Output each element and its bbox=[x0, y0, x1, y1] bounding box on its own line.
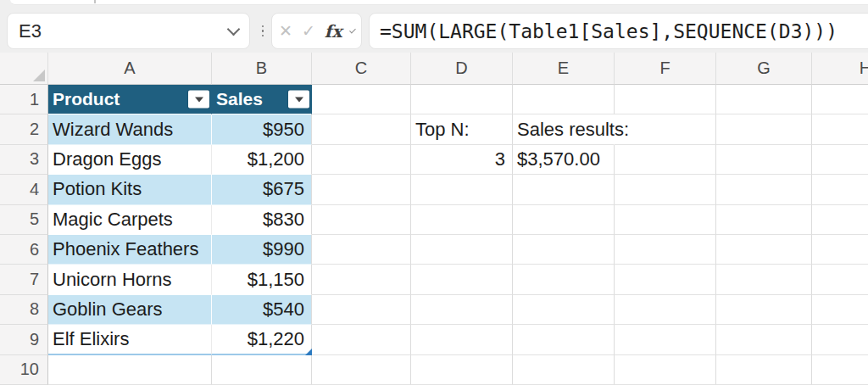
cell-G9[interactable] bbox=[716, 325, 812, 354]
cell-E9[interactable] bbox=[513, 325, 615, 354]
column-header-G[interactable]: G bbox=[716, 53, 812, 85]
cell-B1[interactable]: Sales bbox=[212, 85, 312, 114]
cell-A9[interactable]: Elf Elixirs bbox=[48, 325, 212, 354]
cell-E1[interactable] bbox=[513, 85, 615, 114]
row-header-10[interactable]: 10 bbox=[0, 355, 48, 385]
cell-G10[interactable] bbox=[716, 355, 812, 385]
cell-H2[interactable] bbox=[812, 114, 868, 144]
cell-B3[interactable]: $1,200 bbox=[212, 145, 312, 175]
cell-A1[interactable]: Product bbox=[48, 85, 212, 114]
row-header-3[interactable]: 3 bbox=[0, 145, 48, 175]
cell-C10[interactable] bbox=[312, 355, 411, 385]
cell-G6[interactable] bbox=[716, 235, 812, 265]
cell-F4[interactable] bbox=[615, 175, 716, 204]
cell-A8[interactable]: Goblin Gears bbox=[48, 295, 212, 325]
cell-H1[interactable] bbox=[812, 85, 868, 114]
cell-B10[interactable] bbox=[212, 355, 312, 385]
cell-D7[interactable] bbox=[411, 265, 513, 294]
cell-D9[interactable] bbox=[411, 325, 513, 354]
cell-H7[interactable] bbox=[812, 265, 868, 294]
cell-F8[interactable] bbox=[615, 295, 716, 325]
cell-C7[interactable] bbox=[312, 265, 411, 294]
cell-E7[interactable] bbox=[513, 265, 615, 294]
cell-H5[interactable] bbox=[812, 205, 868, 235]
name-box-chevron-icon[interactable] bbox=[227, 22, 241, 36]
filter-button-product[interactable] bbox=[188, 91, 209, 109]
formula-input[interactable]: =SUM(LARGE(Table1[Sales],SEQUENCE(D3))) bbox=[369, 13, 868, 49]
cell-E6[interactable] bbox=[513, 235, 615, 265]
insert-function-icon[interactable]: fx bbox=[325, 23, 342, 40]
cell-G8[interactable] bbox=[716, 295, 812, 325]
cell-G2[interactable] bbox=[716, 114, 812, 144]
table-resize-handle[interactable] bbox=[305, 349, 312, 355]
cell-A4[interactable]: Potion Kits bbox=[48, 175, 212, 204]
row-header-9[interactable]: 9 bbox=[0, 325, 48, 354]
cell-A10[interactable] bbox=[48, 355, 212, 385]
cell-A2[interactable]: Wizard Wands bbox=[48, 114, 212, 144]
cell-B9[interactable]: $1,220 bbox=[212, 325, 312, 354]
cell-D1[interactable] bbox=[411, 85, 513, 114]
column-header-H[interactable]: H bbox=[812, 53, 868, 85]
cell-H8[interactable] bbox=[812, 295, 868, 325]
cell-C5[interactable] bbox=[312, 205, 411, 235]
cell-F9[interactable] bbox=[615, 325, 716, 354]
cell-G3[interactable] bbox=[716, 145, 812, 175]
cell-A6[interactable]: Phoenix Feathers bbox=[48, 235, 212, 265]
cell-E10[interactable] bbox=[513, 355, 615, 385]
cell-F10[interactable] bbox=[615, 355, 716, 385]
row-header-2[interactable]: 2 bbox=[0, 114, 48, 144]
cell-B4[interactable]: $675 bbox=[212, 175, 312, 204]
row-header-8[interactable]: 8 bbox=[0, 295, 48, 325]
cell-B7[interactable]: $1,150 bbox=[212, 265, 312, 294]
cell-D3[interactable]: 3 bbox=[411, 145, 513, 175]
cell-C6[interactable] bbox=[312, 235, 411, 265]
column-header-E[interactable]: E bbox=[513, 53, 615, 85]
name-box[interactable]: E3 bbox=[7, 13, 250, 49]
cell-C4[interactable] bbox=[312, 175, 411, 204]
cell-E8[interactable] bbox=[513, 295, 615, 325]
cell-A7[interactable]: Unicorn Horns bbox=[48, 265, 212, 294]
cell-C9[interactable] bbox=[312, 325, 411, 354]
cell-H6[interactable] bbox=[812, 235, 868, 265]
row-header-7[interactable]: 7 bbox=[0, 265, 48, 294]
filter-button-sales[interactable] bbox=[288, 91, 309, 109]
cell-B2[interactable]: $950 bbox=[212, 114, 312, 144]
cell-A3[interactable]: Dragon Eggs bbox=[48, 145, 212, 175]
cell-F6[interactable] bbox=[615, 235, 716, 265]
cell-D10[interactable] bbox=[411, 355, 513, 385]
cell-C8[interactable] bbox=[312, 295, 411, 325]
cell-G5[interactable] bbox=[716, 205, 812, 235]
cell-H9[interactable] bbox=[812, 325, 868, 354]
select-all-corner[interactable] bbox=[0, 53, 48, 85]
cell-D5[interactable] bbox=[411, 205, 513, 235]
row-header-6[interactable]: 6 bbox=[0, 235, 48, 265]
cell-G4[interactable] bbox=[716, 175, 812, 204]
row-header-4[interactable]: 4 bbox=[0, 175, 48, 204]
column-header-B[interactable]: B bbox=[212, 53, 312, 85]
cell-A5[interactable]: Magic Carpets bbox=[48, 205, 212, 235]
cell-G7[interactable] bbox=[716, 265, 812, 294]
cell-F1[interactable] bbox=[615, 85, 716, 114]
column-header-F[interactable]: F bbox=[615, 53, 716, 85]
cell-F7[interactable] bbox=[615, 265, 716, 294]
cell-B5[interactable]: $830 bbox=[212, 205, 312, 235]
cell-F2[interactable] bbox=[615, 114, 716, 144]
cell-D8[interactable] bbox=[411, 295, 513, 325]
enter-icon[interactable]: ✓ bbox=[302, 23, 315, 39]
cell-C3[interactable] bbox=[312, 145, 411, 175]
cell-G1[interactable] bbox=[716, 85, 812, 114]
cell-C1[interactable] bbox=[312, 85, 411, 114]
cell-E4[interactable] bbox=[513, 175, 615, 204]
cell-D6[interactable] bbox=[411, 235, 513, 265]
cell-B6[interactable]: $990 bbox=[212, 235, 312, 265]
column-header-A[interactable]: A bbox=[48, 53, 212, 85]
cell-H3[interactable] bbox=[812, 145, 868, 175]
column-header-C[interactable]: C bbox=[312, 53, 411, 85]
grip-dots-icon[interactable] bbox=[258, 13, 268, 49]
cell-D2[interactable]: Top N: bbox=[411, 114, 513, 144]
row-header-5[interactable]: 5 bbox=[0, 205, 48, 235]
cell-H4[interactable] bbox=[812, 175, 868, 204]
cell-E5[interactable] bbox=[513, 205, 615, 235]
cell-H10[interactable] bbox=[812, 355, 868, 385]
fx-chevron-icon[interactable] bbox=[349, 26, 356, 33]
